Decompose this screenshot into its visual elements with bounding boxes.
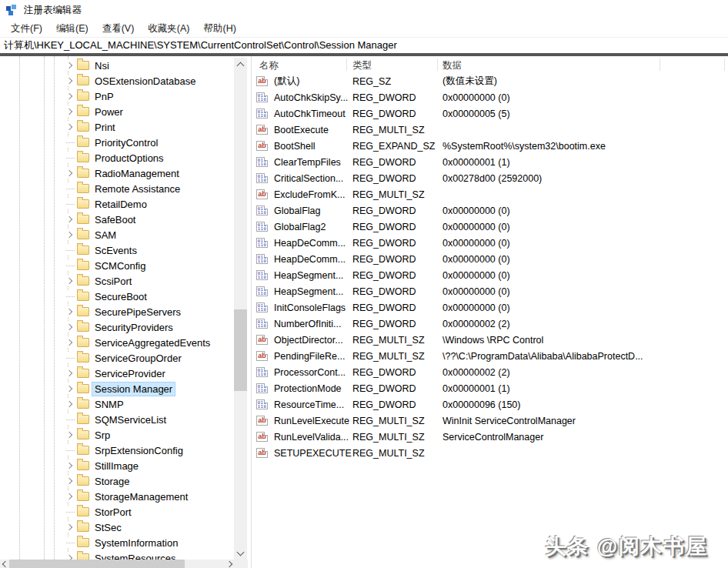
tree-item-scmconfig[interactable]: SCMConfig (0, 258, 234, 273)
chevron-right-icon[interactable] (62, 522, 75, 533)
value-row[interactable]: abRunLevelExecuteREG_MULTI_SZWinInit Ser… (252, 413, 728, 429)
address-bar[interactable]: 计算机\HKEY_LOCAL_MACHINE\SYSTEM\CurrentCon… (0, 38, 728, 53)
value-row[interactable]: abRunLevelValida...REG_MULTI_SZServiceCo… (252, 429, 728, 445)
tree-item-storport[interactable]: StorPort (0, 504, 234, 520)
chevron-right-icon[interactable] (62, 276, 75, 286)
tree-item-stsec[interactable]: StSec (0, 520, 234, 535)
chevron-right-icon[interactable] (62, 460, 75, 471)
chevron-right-icon[interactable] (62, 491, 75, 502)
tree-item-nsi[interactable]: Nsi (0, 58, 234, 73)
tree-item-sqmservicelist[interactable]: SQMServiceList (0, 412, 234, 427)
chevron-right-icon[interactable] (62, 337, 75, 348)
value-row[interactable]: 011110AutoChkSkipSy...REG_DWORD0x0000000… (252, 89, 728, 105)
menu-item-favorites[interactable]: 收藏夹(A) (141, 21, 196, 37)
value-row[interactable]: 011110ProcessorCont...REG_DWORD0x0000000… (252, 364, 728, 380)
menu-item-help[interactable]: 帮助(H) (196, 21, 242, 37)
chevron-right-icon[interactable] (62, 383, 75, 394)
value-row[interactable]: 011110CriticalSection...REG_DWORD0x00278… (252, 170, 728, 186)
chevron-right-icon[interactable] (62, 322, 75, 332)
tree-item-osextensiondatabase[interactable]: OSExtensionDatabase (0, 73, 234, 89)
tree-item-remote-assistance[interactable]: Remote Assistance (0, 181, 234, 196)
value-row[interactable]: abBootShellREG_EXPAND_SZ%SystemRoot%\sys… (252, 138, 728, 154)
value-row[interactable]: 011110HeapSegment...REG_DWORD0x00000000 … (252, 283, 728, 299)
tree-item-storage[interactable]: Storage (0, 473, 234, 489)
tree-item-print[interactable]: Print (0, 119, 234, 135)
tree-item-prioritycontrol[interactable]: PriorityControl (0, 135, 234, 150)
tree-item-srp[interactable]: Srp (0, 427, 234, 443)
value-row[interactable]: 011110HeapSegment...REG_DWORD0x00000000 … (252, 267, 728, 283)
value-row[interactable]: 011110NumberOfIniti...REG_DWORD0x0000000… (252, 316, 728, 332)
value-row[interactable]: 011110GlobalFlagREG_DWORD0x00000000 (0) (252, 202, 728, 219)
chevron-right-icon[interactable] (62, 91, 75, 102)
value-row[interactable]: ab(默认)REG_SZ(数值未设置) (252, 73, 728, 89)
tree-vertical-scrollbar[interactable] (234, 58, 247, 560)
column-header-name[interactable]: 名称 (259, 59, 279, 72)
value-row[interactable]: abExcludeFromK...REG_MULTI_SZ (252, 186, 728, 202)
tree-item-safeboot[interactable]: SafeBoot (0, 212, 234, 227)
tree-item-storagemanagement[interactable]: StorageManagement (0, 489, 234, 504)
value-row[interactable]: 011110ProtectionModeREG_DWORD0x00000001 … (252, 380, 728, 396)
horizontal-scroll-thumb[interactable] (9, 560, 185, 568)
tree-item-stillimage[interactable]: StillImage (0, 458, 234, 473)
tree-item-retaildemo[interactable]: RetailDemo (0, 196, 234, 212)
value-row[interactable]: abObjectDirector...REG_MULTI_SZ\Windows … (252, 332, 728, 348)
chevron-right-icon[interactable] (62, 75, 75, 86)
chevron-right-icon[interactable] (62, 122, 75, 132)
chevron-right-icon[interactable] (62, 214, 75, 225)
tree-item-securepipeservers[interactable]: SecurePipeServers (0, 304, 234, 319)
tree-item-secureboot[interactable]: SecureBoot (0, 289, 234, 304)
value-row[interactable]: 011110HeapDeComm...REG_DWORD0x00000000 (… (252, 251, 728, 267)
tree-item-servicegrouporder[interactable]: ServiceGroupOrder (0, 350, 234, 366)
menu-item-file[interactable]: 文件(F) (4, 21, 49, 37)
menu-item-edit[interactable]: 编辑(E) (49, 21, 95, 37)
chevron-right-icon[interactable] (62, 553, 75, 560)
chevron-right-icon[interactable] (62, 106, 75, 117)
tree-item-scevents[interactable]: ScEvents (0, 242, 234, 258)
scroll-left-icon[interactable] (0, 560, 8, 568)
value-row[interactable]: 011110InitConsoleFlagsREG_DWORD0x0000000… (252, 299, 728, 316)
column-separator[interactable] (346, 58, 347, 71)
tree-item-securityproviders[interactable]: SecurityProviders (0, 319, 234, 335)
tree-item-systeminformation[interactable]: SystemInformation (0, 535, 234, 550)
vertical-scroll-thumb[interactable] (234, 309, 247, 391)
chevron-right-icon[interactable] (62, 399, 75, 409)
chevron-right-icon[interactable] (62, 476, 75, 486)
scroll-down-icon[interactable] (234, 546, 247, 560)
tree-item-sam[interactable]: SAM (0, 227, 234, 242)
tree-item-pnp[interactable]: PnP (0, 89, 234, 104)
scroll-up-icon[interactable] (234, 58, 247, 71)
chevron-right-icon[interactable] (62, 429, 75, 440)
tree-item-power[interactable]: Power (0, 104, 234, 119)
tree-item-srpextensionconfig[interactable]: SrpExtensionConfig (0, 443, 234, 458)
value-row[interactable]: abBootExecuteREG_MULTI_SZ (252, 122, 728, 138)
column-separator[interactable] (437, 58, 438, 71)
tree-item-productoptions[interactable]: ProductOptions (0, 150, 234, 165)
chevron-right-icon[interactable] (62, 368, 75, 379)
value-row[interactable]: 011110ClearTempFilesREG_DWORD0x00000001 … (252, 154, 728, 170)
column-separator[interactable] (724, 58, 725, 71)
value-row[interactable]: 011110GlobalFlag2REG_DWORD0x00000000 (0) (252, 219, 728, 235)
chevron-right-icon[interactable] (62, 60, 75, 71)
tree-item-session-manager[interactable]: Session Manager (0, 381, 234, 396)
value-row[interactable]: 011110HeapDeComm...REG_DWORD0x00000000 (… (252, 235, 728, 251)
column-separator[interactable] (660, 58, 660, 71)
chevron-right-icon[interactable] (62, 168, 75, 179)
scroll-right-icon[interactable] (226, 560, 235, 568)
value-row[interactable]: abPendingFileRe...REG_MULTI_SZ\??\C:\Pro… (252, 348, 728, 364)
menu-item-view[interactable]: 查看(V) (95, 21, 142, 37)
chevron-right-icon[interactable] (62, 306, 75, 317)
tree-item-serviceprovider[interactable]: ServiceProvider (0, 366, 234, 381)
column-header-data[interactable]: 数据 (442, 59, 462, 72)
value-row[interactable]: 011110ResourceTime...REG_DWORD0x00000096… (252, 396, 728, 413)
column-header-type[interactable]: 类型 (352, 59, 372, 72)
chevron-right-icon[interactable] (62, 229, 75, 240)
value-data: 0x00000002 (2) (442, 319, 728, 329)
tree-item-snmp[interactable]: SNMP (0, 396, 234, 412)
tree-item-serviceaggregatedevents[interactable]: ServiceAggregatedEvents (0, 335, 234, 350)
tree-item-scsiport[interactable]: ScsiPort (0, 273, 234, 289)
tree-item-systemresources[interactable]: SystemResources (0, 550, 234, 560)
tree-item-radiomanagement[interactable]: RadioManagement (0, 165, 234, 181)
value-row[interactable]: abSETUPEXECUTEREG_MULTI_SZ (252, 445, 728, 461)
value-row[interactable]: 011110AutoChkTimeoutREG_DWORD0x00000005 … (252, 105, 728, 122)
tree-horizontal-scrollbar[interactable] (0, 560, 248, 568)
